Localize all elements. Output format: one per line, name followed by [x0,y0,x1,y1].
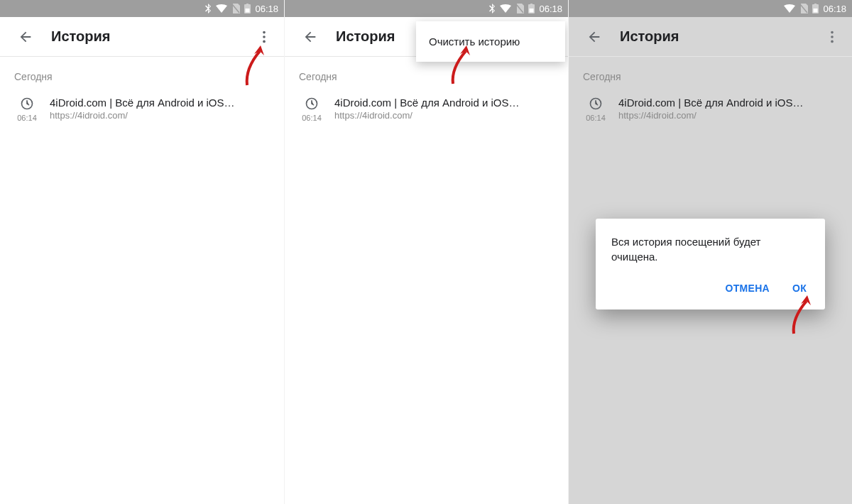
wifi-icon [500,4,511,13]
content-area: Сегодня 06:14 4iDroid.com | Всё для Andr… [0,57,284,504]
overflow-menu: Очистить историю [416,21,565,62]
history-entry-time: 06:14 [14,114,40,122]
app-bar: История [0,17,284,57]
status-time: 06:18 [539,4,562,14]
screen-step-1: 06:18 История Сегодня 06:14 4iDroid.com … [0,0,284,504]
back-button[interactable] [11,23,40,51]
menu-item-clear-history[interactable]: Очистить историю [416,27,565,56]
battery-icon [812,4,819,13]
status-bar: 06:18 [569,0,852,17]
section-today: Сегодня [285,65,568,92]
dialog-cancel-button[interactable]: ОТМЕНА [722,278,772,298]
history-entry[interactable]: 06:14 4iDroid.com | Всё для Android и iO… [569,92,852,126]
history-entry-body: 4iDroid.com | Всё для Android и iOS… htt… [334,97,554,122]
history-entry-meta: 06:14 [14,97,40,122]
sim-off-icon [515,4,524,13]
screen-step-3: 06:18 История Сегодня 06:14 4iDroid.com … [568,0,852,504]
status-time: 06:18 [255,4,278,14]
page-title: История [51,28,250,45]
history-entry-url: https://4idroid.com/ [334,110,554,121]
sim-off-icon [231,4,240,13]
dialog-message: Вся история посещений будет очищена. [611,234,809,264]
clock-icon [589,97,603,111]
history-entry-meta: 06:14 [583,97,608,122]
history-entry-body: 4iDroid.com | Всё для Android и iOS… htt… [50,97,270,122]
dialog-ok-button[interactable]: ОК [790,278,809,298]
history-entry-title: 4iDroid.com | Всё для Android и iOS… [618,97,838,109]
clock-icon [305,97,319,111]
sim-off-icon [799,4,808,13]
confirm-dialog: Вся история посещений будет очищена. ОТМ… [596,219,825,309]
svg-point-12 [831,35,834,38]
svg-rect-10 [814,9,818,13]
svg-rect-0 [246,9,250,13]
status-time: 06:18 [823,4,846,14]
svg-point-2 [263,35,266,38]
history-entry-url: https://4idroid.com/ [50,110,270,121]
screen-step-2: 06:18 История Сегодня 06:14 4iDroid.com … [284,0,568,504]
arrow-left-icon [302,29,318,45]
more-menu-button[interactable] [250,23,278,51]
back-button[interactable] [580,23,608,51]
section-today: Сегодня [0,65,284,92]
wifi-icon [216,4,227,13]
status-bar: 06:18 [0,0,284,17]
arrow-left-icon [586,29,602,45]
history-entry[interactable]: 06:14 4iDroid.com | Всё для Android и iO… [285,92,568,126]
history-entry-time: 06:14 [299,114,324,122]
status-bar: 06:18 [285,0,568,17]
bluetooth-icon [488,4,496,13]
app-bar: История [569,17,852,57]
page-title: История [620,28,818,45]
history-entry-time: 06:14 [583,114,608,122]
history-entry-title: 4iDroid.com | Всё для Android и iOS… [50,97,270,109]
more-menu-button[interactable] [818,23,846,51]
svg-point-11 [831,31,834,33]
clock-icon [20,97,34,111]
battery-icon [244,4,251,13]
dialog-actions: ОТМЕНА ОК [611,278,809,302]
back-button[interactable] [296,23,324,51]
history-entry-body: 4iDroid.com | Всё для Android и iOS… htt… [618,97,838,122]
wifi-icon [784,4,795,13]
history-entry-url: https://4idroid.com/ [618,110,838,121]
history-entry-meta: 06:14 [299,97,324,122]
svg-point-13 [831,40,834,43]
section-today: Сегодня [569,65,852,92]
more-vert-icon [824,29,840,45]
more-vert-icon [256,29,272,45]
history-entry[interactable]: 06:14 4iDroid.com | Всё для Android и iO… [0,92,284,126]
arrow-left-icon [18,29,33,45]
history-entry-title: 4iDroid.com | Всё для Android и iOS… [334,97,554,109]
svg-point-1 [263,31,266,33]
content-area: Сегодня 06:14 4iDroid.com | Всё для Andr… [285,57,568,504]
bluetooth-icon [204,4,212,13]
svg-point-3 [263,40,266,43]
svg-rect-5 [530,9,534,13]
battery-icon [528,4,535,13]
